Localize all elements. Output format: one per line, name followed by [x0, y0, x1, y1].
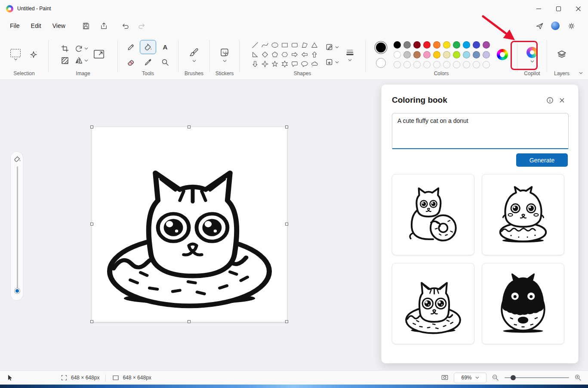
shape-diamond[interactable] — [260, 50, 270, 59]
palette-swatch[interactable] — [433, 51, 440, 58]
shape-outline-button[interactable] — [324, 42, 340, 52]
shape-thought-bubble[interactable] — [310, 60, 319, 69]
palette-swatch[interactable] — [473, 41, 480, 49]
generate-button[interactable]: Generate — [516, 153, 568, 167]
palette-swatch[interactable] — [463, 51, 470, 58]
close-button[interactable] — [568, 0, 588, 17]
palette-empty-slot[interactable] — [413, 61, 421, 68]
copilot-button[interactable] — [526, 47, 538, 63]
brushes-button[interactable] — [189, 47, 199, 62]
menu-edit[interactable]: Edit — [25, 20, 47, 32]
maximize-button[interactable] — [548, 0, 568, 17]
shape-six-point-star[interactable] — [280, 60, 289, 69]
selection-handle-middle-right[interactable] — [285, 223, 288, 226]
shape-triangle[interactable] — [310, 41, 319, 50]
palette-swatch[interactable] — [473, 51, 480, 58]
shape-oval[interactable] — [270, 41, 280, 50]
palette-swatch[interactable] — [463, 41, 470, 49]
resize-canvas-button[interactable] — [92, 47, 105, 62]
palette-empty-slot[interactable] — [463, 61, 470, 68]
shape-curve[interactable] — [260, 41, 270, 50]
shape-rounded-speech-bubble[interactable] — [290, 60, 299, 69]
magic-select-button[interactable] — [28, 49, 39, 60]
selection-handle-bottom-left[interactable] — [90, 320, 93, 323]
selection-handle-bottom-right[interactable] — [285, 320, 288, 323]
redo-button[interactable] — [135, 19, 149, 32]
palette-empty-slot[interactable] — [403, 61, 411, 68]
palette-swatch[interactable] — [413, 41, 421, 49]
size-slider[interactable] — [10, 151, 23, 301]
color-picker-tool-button[interactable] — [140, 55, 156, 69]
shape-polygon[interactable] — [300, 41, 309, 50]
shape-arrow-right[interactable] — [290, 50, 299, 59]
shape-fill-button[interactable] — [324, 57, 340, 67]
selection-handle-top-right[interactable] — [285, 125, 288, 128]
palette-swatch[interactable] — [403, 51, 411, 58]
fill-tool-button[interactable] — [140, 40, 156, 54]
resize-skew-button[interactable] — [61, 56, 69, 65]
result-thumbnail-1[interactable] — [392, 174, 474, 255]
stickers-button[interactable] — [219, 47, 230, 62]
selection-handle-top-left[interactable] — [90, 125, 93, 128]
fit-to-screen-button[interactable] — [441, 374, 449, 382]
minimize-button[interactable] — [529, 0, 548, 17]
palette-swatch[interactable] — [453, 41, 460, 49]
undo-button[interactable] — [118, 19, 133, 32]
shape-right-triangle[interactable] — [250, 50, 260, 59]
size-slider-track[interactable] — [17, 166, 18, 288]
shape-rounded-rectangle[interactable] — [290, 41, 299, 50]
palette-swatch[interactable] — [453, 51, 460, 58]
result-thumbnail-2[interactable] — [482, 174, 564, 255]
color-2-swatch[interactable] — [376, 58, 386, 68]
palette-empty-slot[interactable] — [453, 61, 460, 68]
shape-five-point-star[interactable] — [270, 60, 280, 69]
selection-handle-middle-left[interactable] — [90, 223, 93, 226]
zoom-out-button[interactable] — [492, 374, 499, 382]
palette-swatch[interactable] — [443, 41, 450, 49]
menu-view[interactable]: View — [47, 20, 71, 32]
palette-swatch[interactable] — [433, 41, 440, 49]
palette-swatch[interactable] — [394, 51, 401, 58]
zoom-slider[interactable] — [505, 375, 569, 381]
palette-swatch[interactable] — [443, 51, 450, 58]
palette-swatch[interactable] — [394, 41, 401, 49]
edit-colors-button[interactable] — [497, 49, 508, 60]
info-button[interactable] — [544, 94, 556, 106]
rectangle-select-button[interactable] — [9, 48, 22, 62]
selection-handle-bottom-middle[interactable] — [188, 320, 191, 323]
eraser-tool-button[interactable] — [123, 55, 139, 69]
crop-button[interactable] — [61, 44, 69, 53]
rotate-button[interactable] — [74, 44, 88, 53]
save-button[interactable] — [79, 19, 93, 32]
layers-button[interactable] — [557, 49, 567, 60]
shape-oval-speech-bubble[interactable] — [300, 60, 309, 69]
palette-swatch[interactable] — [483, 41, 490, 49]
zoom-in-button[interactable] — [574, 374, 582, 382]
pencil-tool-button[interactable] — [123, 40, 139, 54]
settings-button[interactable] — [564, 19, 579, 32]
palette-swatch[interactable] — [423, 51, 431, 58]
menu-file[interactable]: File — [4, 20, 25, 32]
text-tool-button[interactable]: A — [157, 40, 173, 54]
shape-arrow-left[interactable] — [300, 50, 309, 59]
palette-empty-slot[interactable] — [443, 61, 450, 68]
palette-empty-slot[interactable] — [473, 61, 480, 68]
panel-close-button[interactable] — [556, 94, 568, 106]
palette-empty-slot[interactable] — [423, 61, 431, 68]
shape-rectangle[interactable] — [280, 41, 289, 50]
feedback-button[interactable] — [532, 19, 547, 32]
canvas[interactable] — [92, 127, 287, 322]
palette-empty-slot[interactable] — [483, 61, 490, 68]
prompt-input[interactable]: A cute fluffy cat on a donut — [392, 113, 569, 149]
shape-arrow-down[interactable] — [250, 60, 260, 69]
size-slider-thumb[interactable] — [15, 288, 20, 293]
shape-four-point-star[interactable] — [260, 60, 270, 69]
palette-empty-slot[interactable] — [433, 61, 440, 68]
selection-handle-top-middle[interactable] — [188, 125, 191, 128]
shape-line[interactable] — [250, 41, 260, 50]
zoom-level-dropdown[interactable]: 69% — [454, 373, 486, 383]
share-button[interactable] — [97, 19, 111, 32]
color-1-swatch[interactable] — [375, 42, 387, 53]
palette-swatch[interactable] — [483, 51, 490, 58]
palette-swatch[interactable] — [403, 41, 411, 49]
